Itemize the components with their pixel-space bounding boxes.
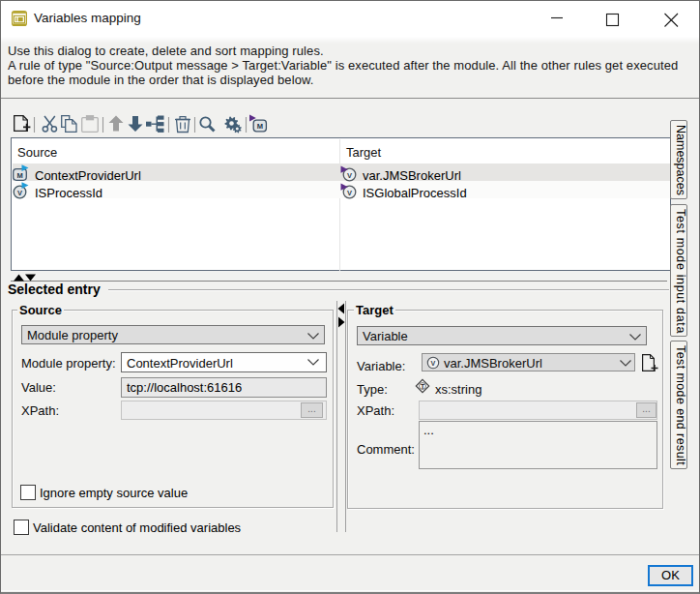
svg-text:V: V	[17, 189, 22, 197]
svg-text:V: V	[347, 171, 352, 180]
svg-text:M: M	[257, 122, 263, 131]
svg-text:M: M	[16, 171, 22, 180]
svg-text:V: V	[347, 189, 352, 197]
svg-text:V: V	[431, 358, 436, 367]
